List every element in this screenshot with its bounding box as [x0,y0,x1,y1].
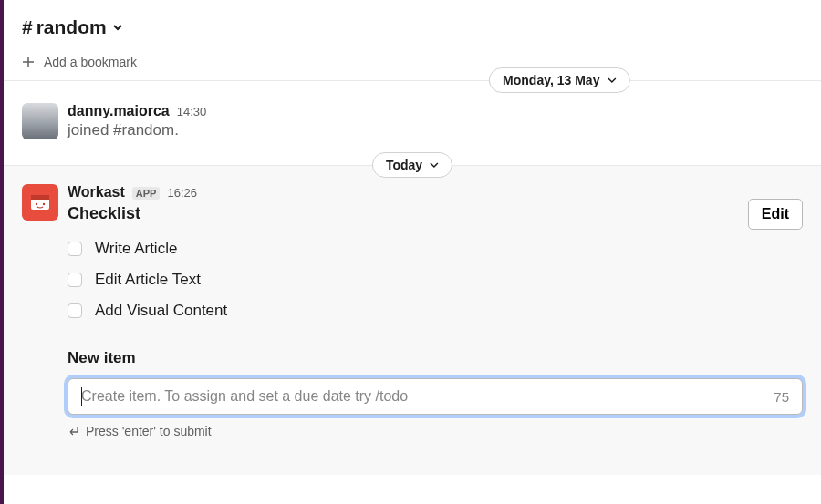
list-item: Add Visual Content [68,302,803,320]
svg-point-2 [36,203,37,205]
edit-label: Edit [762,206,789,221]
chevron-down-icon [607,76,616,85]
message-time: 14:30 [177,105,207,118]
workast-icon [27,190,53,215]
date-label: Monday, 13 May [503,73,599,87]
message-author[interactable]: Workast [68,184,125,201]
add-bookmark-label: Add a bookmark [44,55,137,69]
text-cursor [81,387,82,406]
char-count: 75 [774,389,789,405]
checklist-items: Write Article Edit Article Text Add Visu… [68,240,803,320]
new-item-input[interactable] [81,388,764,405]
avatar[interactable] [22,184,58,221]
app-badge: APP [132,187,161,200]
avatar[interactable] [22,103,58,139]
item-label: Add Visual Content [95,302,227,320]
svg-point-3 [43,203,45,205]
checkbox[interactable] [68,273,82,287]
new-item-input-wrapper: 75 [68,378,803,415]
edit-button[interactable]: Edit [748,199,803,230]
date-pill-button[interactable]: Today [372,152,452,178]
list-item: Write Article [68,240,803,258]
checklist-title: Checklist [68,204,803,223]
submit-hint: Press 'enter' to submit [68,424,803,438]
message-text: joined #random. [68,121,803,139]
new-item-label: New item [68,349,803,367]
item-label: Write Article [95,240,177,258]
message-author[interactable]: danny.maiorca [68,103,170,119]
date-pill-button[interactable]: Monday, 13 May [489,67,629,93]
add-bookmark-button[interactable]: Add a bookmark [4,51,821,80]
chevron-down-icon [112,22,123,33]
join-message: danny.maiorca 14:30 joined #random. [4,81,821,158]
checkbox[interactable] [68,303,82,318]
chevron-down-icon [430,160,439,170]
submit-hint-text: Press 'enter' to submit [86,424,212,438]
hash-icon: # [22,16,33,38]
channel-name-text: random [36,16,107,38]
return-icon [68,425,80,437]
channel-name-button[interactable]: # random [22,16,803,38]
plus-icon [22,56,35,68]
date-divider: Today [4,165,821,166]
svg-rect-1 [31,195,49,200]
message-time: 16:26 [167,186,197,200]
item-label: Edit Article Text [95,271,201,289]
date-label: Today [386,158,422,172]
list-item: Edit Article Text [68,271,803,289]
checkbox[interactable] [68,242,82,256]
